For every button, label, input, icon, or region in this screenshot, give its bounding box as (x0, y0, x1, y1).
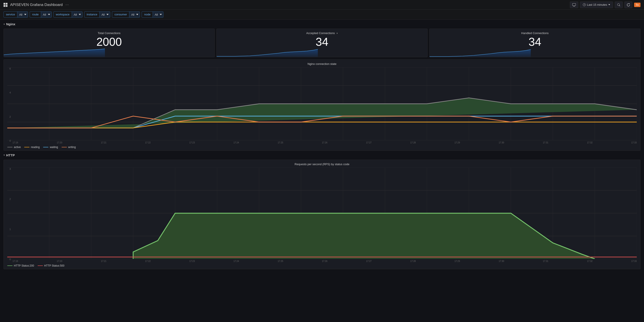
accepted-connections-value: 34 (220, 36, 424, 48)
nginx-section-header[interactable]: ▾ Nginx (4, 22, 640, 26)
legend-waiting-label: waiting (50, 146, 58, 149)
svg-line-5 (584, 5, 585, 5)
legend-active-label: active (14, 146, 21, 149)
nginx-connection-state-panel: Nginx connection state 6 4 2 0 (4, 60, 640, 151)
nginx-x-axis: 17:19 17:20 17:21 17:22 17:23 17:24 17:2… (12, 142, 637, 144)
header-right: Last 15 minutes 5s (570, 2, 640, 8)
total-connections-card: Total Connections 2000 (4, 28, 215, 57)
legend-active-line (7, 147, 12, 147)
legend-active: active (7, 146, 21, 149)
filter-consumer-select[interactable]: All (129, 12, 140, 18)
rps-chart-legend: HTTP Status:200 HTTP Status:500 (7, 264, 637, 267)
rps-chart-title: Requests per second (RPS) by status code (7, 162, 637, 166)
legend-writing-label: writing (68, 146, 76, 149)
filter-node: node All (142, 12, 164, 18)
legend-status-200: HTTP Status:200 (7, 264, 34, 267)
svg-marker-10 (430, 50, 531, 57)
filter-node-label: node (142, 12, 153, 18)
refresh-button[interactable] (624, 2, 632, 8)
legend-writing-line (62, 147, 67, 147)
filter-workspace-label: workspace (54, 12, 72, 18)
share-icon[interactable]: ⋯ (65, 3, 69, 7)
handled-connections-card: Handled Connections 34 (429, 28, 640, 57)
nginx-y-axis: 6 4 2 0 (7, 67, 12, 142)
nginx-chart-title: Nginx connection state (7, 62, 637, 66)
http-section: ▾ HTTP Requests per second (RPS) by stat… (4, 153, 640, 269)
total-connections-value: 2000 (7, 36, 211, 48)
search-icon (617, 3, 620, 6)
time-range-button[interactable]: Last 15 minutes (580, 2, 613, 8)
legend-reading-label: reading (31, 146, 40, 149)
filter-service-select[interactable]: All (17, 12, 28, 18)
nginx-connection-chart-svg (7, 67, 637, 140)
rps-x-axis: 17:19 17:20 17:21 17:22 17:23 17:24 17:2… (12, 260, 637, 262)
filter-workspace: workspace All (54, 12, 82, 18)
header-left: APISEVEN Grafana Dashboard ⋯ (4, 3, 69, 7)
legend-status-200-label: HTTP Status:200 (14, 264, 34, 267)
legend-status-500: HTTP Status:500 (38, 264, 64, 267)
dashboard-title: APISEVEN Grafana Dashboard (10, 3, 63, 7)
filter-route-select[interactable]: All (41, 12, 52, 18)
main-content: ▾ Nginx Total Connections 2000 Accep (0, 20, 644, 274)
filter-instance-select[interactable]: All (100, 12, 110, 18)
legend-waiting: waiting (43, 146, 58, 149)
rps-chart-panel: Requests per second (RPS) by status code… (4, 160, 640, 269)
legend-status-500-line (38, 266, 43, 266)
filter-consumer-label: consumer (112, 12, 129, 18)
filter-instance-label: instance (84, 12, 100, 18)
http-section-header[interactable]: ▾ HTTP (4, 153, 640, 157)
legend-writing: writing (62, 146, 76, 149)
clock-icon (583, 3, 586, 6)
nginx-chevron-icon: ▾ (4, 23, 5, 26)
handled-connections-title: Handled Connections (433, 32, 637, 35)
filter-instance: instance All (84, 12, 110, 18)
handled-connections-value: 34 (433, 36, 637, 48)
accepted-connections-card: Accepted Connections ▾ 34 (216, 28, 428, 57)
svg-rect-0 (572, 3, 576, 6)
nginx-chart-legend: active reading waiting writing (7, 146, 637, 149)
filter-bar: service All route All workspace All inst… (0, 10, 644, 20)
filter-route-label: route (30, 12, 41, 18)
legend-waiting-line (43, 147, 48, 147)
accepted-connections-title: Accepted Connections ▾ (220, 32, 424, 35)
svg-marker-9 (217, 49, 318, 57)
http-section-title: HTTP (6, 153, 15, 157)
header: APISEVEN Grafana Dashboard ⋯ Last 15 min… (0, 0, 644, 10)
search-button[interactable] (615, 2, 623, 8)
legend-status-500-label: HTTP Status:500 (44, 264, 64, 267)
nginx-section-title: Nginx (6, 22, 16, 26)
legend-status-200-line (7, 266, 12, 266)
nginx-chart-area: 6 4 2 0 (7, 67, 637, 149)
refresh-interval-badge[interactable]: 5s (634, 3, 640, 7)
stat-cards-row: Total Connections 2000 Accepted Connecti… (4, 28, 640, 57)
grid-icon (4, 3, 8, 7)
legend-reading: reading (24, 146, 40, 149)
filter-consumer: consumer All (112, 12, 140, 18)
chevron-down-icon (608, 4, 610, 5)
rps-chart-svg (7, 168, 637, 259)
filter-service: service All (4, 12, 28, 18)
http-chevron-icon: ▾ (4, 154, 5, 156)
legend-reading-line (24, 147, 30, 147)
refresh-icon (627, 3, 630, 6)
filter-route: route All (30, 12, 52, 18)
rps-chart-area: 3 2 1 0 (7, 168, 637, 267)
svg-line-7 (619, 5, 620, 6)
filter-workspace-select[interactable]: All (72, 12, 82, 18)
screen-button[interactable] (570, 2, 578, 8)
total-connections-title: Total Connections (7, 32, 211, 35)
filter-service-label: service (4, 12, 17, 18)
screen-icon (572, 3, 576, 6)
filter-node-select[interactable]: All (153, 12, 163, 18)
rps-y-axis: 3 2 1 0 (7, 168, 12, 261)
time-range-label: Last 15 minutes (587, 3, 607, 6)
svg-marker-31 (7, 98, 637, 128)
